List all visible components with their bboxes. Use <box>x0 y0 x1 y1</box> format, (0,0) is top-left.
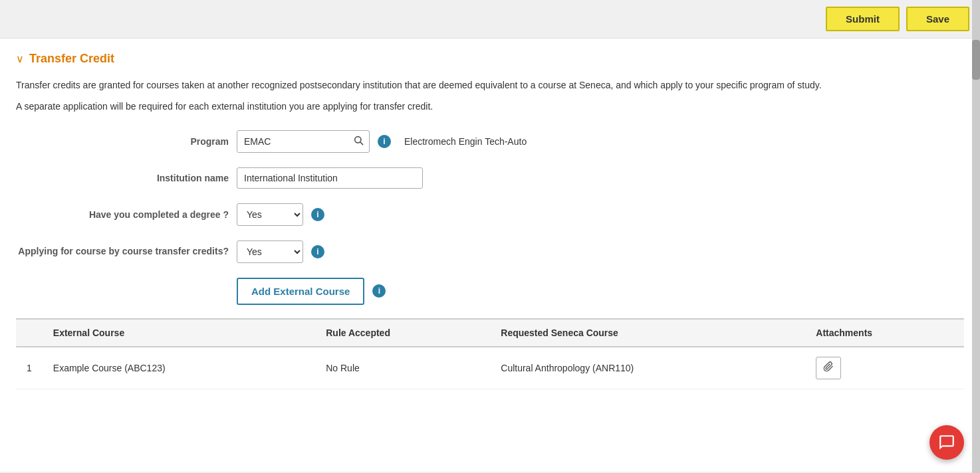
course-transfer-label: Applying for course by course transfer c… <box>16 245 229 258</box>
degree-label: Have you completed a degree ? <box>16 209 229 220</box>
save-button[interactable]: Save <box>906 7 969 31</box>
scrollbar-thumb[interactable] <box>972 40 980 80</box>
course-transfer-select[interactable]: Yes No <box>237 240 303 263</box>
institution-row: Institution name <box>16 167 964 189</box>
svg-line-1 <box>360 142 363 145</box>
main-content: ∨ Transfer Credit Transfer credits are g… <box>0 39 980 472</box>
form-section: Program i Electromech Engin Tech-Auto In… <box>16 130 964 263</box>
col-header-external-course: External Course <box>43 319 315 347</box>
attachments-cell <box>805 347 964 389</box>
submit-button[interactable]: Submit <box>826 7 900 31</box>
scrollbar[interactable] <box>972 0 980 472</box>
add-external-course-info-icon[interactable]: i <box>372 284 386 298</box>
institution-label: Institution name <box>16 173 229 183</box>
table-header: External Course Rule Accepted Requested … <box>16 319 964 347</box>
table-header-row: External Course Rule Accepted Requested … <box>16 319 964 347</box>
course-transfer-info-icon[interactable]: i <box>311 245 324 258</box>
rule-accepted-cell: No Rule <box>315 347 490 389</box>
institution-input[interactable] <box>237 167 423 189</box>
table-row: 1 Example Course (ABC123) No Rule Cultur… <box>16 347 964 389</box>
degree-row: Have you completed a degree ? Yes No i <box>16 203 964 226</box>
col-header-seneca-course: Requested Seneca Course <box>490 319 805 347</box>
description-1: Transfer credits are granted for courses… <box>16 78 964 92</box>
add-external-course-row: Add External Course i <box>237 278 964 305</box>
program-search-container <box>237 130 370 153</box>
col-header-attachments: Attachments <box>805 319 964 347</box>
external-courses-table: External Course Rule Accepted Requested … <box>16 318 964 389</box>
chat-icon <box>938 434 955 451</box>
table-body: 1 Example Course (ABC123) No Rule Cultur… <box>16 347 964 389</box>
program-info-icon[interactable]: i <box>378 135 391 148</box>
description-2: A separate application will be required … <box>16 99 964 114</box>
search-button[interactable] <box>348 131 369 152</box>
chat-fab-button[interactable] <box>929 425 964 460</box>
degree-select[interactable]: Yes No <box>237 203 303 226</box>
external-course-cell: Example Course (ABC123) <box>43 347 315 389</box>
col-header-num <box>16 319 43 347</box>
program-row: Program i Electromech Engin Tech-Auto <box>16 130 964 153</box>
degree-info-icon[interactable]: i <box>311 208 324 221</box>
paperclip-icon <box>823 361 834 372</box>
col-header-rule-accepted: Rule Accepted <box>315 319 490 347</box>
seneca-course-cell: Cultural Anthropology (ANR110) <box>490 347 805 389</box>
program-label: Program <box>16 136 229 147</box>
search-icon <box>353 135 364 145</box>
section-header: ∨ Transfer Credit <box>16 52 964 66</box>
attachment-button[interactable] <box>816 357 841 379</box>
program-input[interactable] <box>237 132 348 151</box>
section-toggle-icon[interactable]: ∨ <box>16 52 24 65</box>
top-bar: Submit Save <box>0 0 980 39</box>
course-transfer-row: Applying for course by course transfer c… <box>16 240 964 263</box>
row-num: 1 <box>16 347 43 389</box>
add-external-course-button[interactable]: Add External Course <box>237 278 364 305</box>
program-description: Electromech Engin Tech-Auto <box>404 136 527 147</box>
section-title: Transfer Credit <box>29 52 114 66</box>
